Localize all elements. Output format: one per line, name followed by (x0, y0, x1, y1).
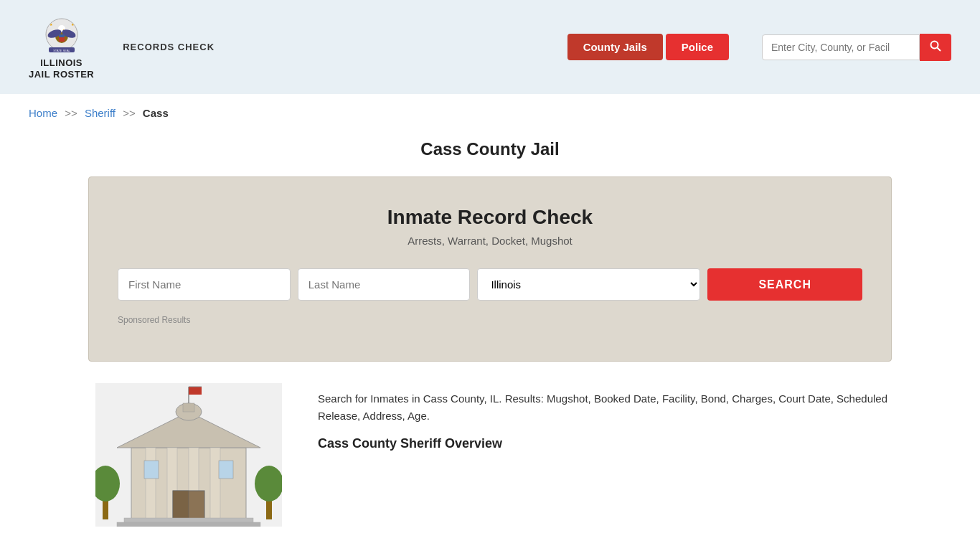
breadcrumb-current: Cass (143, 107, 169, 119)
bottom-description: Search for Inmates in Cass County, IL. R… (318, 390, 892, 425)
svg-rect-7 (59, 34, 65, 37)
records-check-link[interactable]: RECORDS CHECK (123, 42, 215, 52)
nav-buttons: County Jails Police (567, 34, 729, 60)
county-jails-button[interactable]: County Jails (567, 34, 663, 60)
header: ★ ★ STATE SEAL ILLINOIS JAIL ROSTER RECO… (0, 0, 980, 94)
inmate-search-button[interactable]: SEARCH (707, 268, 862, 301)
sheriff-heading: Cass County Sheriff Overview (318, 436, 892, 451)
police-button[interactable]: Police (666, 34, 729, 60)
breadcrumb: Home >> Sheriff >> Cass (0, 94, 980, 132)
header-search-button[interactable] (920, 34, 951, 61)
breadcrumb-sheriff[interactable]: Sheriff (85, 107, 116, 119)
sponsored-label: Sponsored Results (118, 315, 862, 325)
page-title: Cass County Jail (0, 132, 980, 176)
logo-link[interactable]: ★ ★ STATE SEAL ILLINOIS JAIL ROSTER (29, 14, 94, 80)
courthouse-image (88, 383, 289, 527)
header-search-input[interactable] (762, 34, 920, 60)
search-icon (930, 40, 941, 52)
svg-point-12 (931, 41, 938, 48)
inmate-search-title: Inmate Record Check (118, 206, 862, 229)
svg-rect-22 (173, 491, 189, 519)
svg-rect-26 (219, 461, 233, 479)
breadcrumb-sep-2: >> (123, 107, 136, 119)
bottom-text: Search for Inmates in Cass County, IL. R… (318, 383, 892, 527)
svg-rect-28 (183, 403, 194, 412)
svg-rect-20 (210, 448, 220, 519)
inmate-search-container: Inmate Record Check Arrests, Warrant, Do… (88, 176, 892, 362)
inmate-search-subtitle: Arrests, Warrant, Docket, Mugshot (118, 235, 862, 247)
header-search-bar (762, 34, 951, 61)
inmate-search-fields: AlabamaAlaskaArizonaArkansasCaliforniaCo… (118, 268, 862, 301)
logo-text: ILLINOIS JAIL ROSTER (29, 57, 94, 80)
svg-rect-23 (124, 518, 253, 522)
courthouse-svg (95, 383, 282, 527)
svg-rect-30 (189, 387, 202, 395)
last-name-input[interactable] (298, 268, 471, 301)
state-select[interactable]: AlabamaAlaskaArizonaArkansasCaliforniaCo… (477, 268, 700, 301)
svg-rect-17 (146, 448, 156, 519)
svg-line-13 (938, 47, 941, 51)
svg-text:STATE SEAL: STATE SEAL (53, 49, 70, 52)
svg-rect-24 (117, 522, 260, 527)
bottom-section: Search for Inmates in Cass County, IL. R… (88, 383, 892, 551)
first-name-input[interactable] (118, 268, 291, 301)
svg-rect-25 (144, 461, 159, 479)
breadcrumb-home[interactable]: Home (29, 107, 57, 119)
logo-icon: ★ ★ STATE SEAL (40, 14, 83, 57)
breadcrumb-sep-1: >> (65, 107, 77, 119)
